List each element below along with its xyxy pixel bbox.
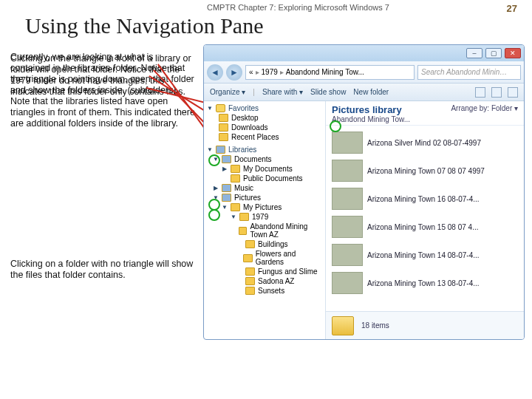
breadcrumb-item[interactable]: Abandond Mining Tow... <box>286 68 364 76</box>
favorites-label: Favorites <box>228 104 259 112</box>
nav-item-downloads[interactable]: Downloads <box>204 123 325 132</box>
folder-icon <box>231 174 240 183</box>
chevron-right-icon: ▸ <box>256 68 259 76</box>
nav-item-label: Downloads <box>231 123 267 132</box>
folder-icon <box>245 267 255 276</box>
navigation-pane: Favorites Desktop Downloads Recent Place… <box>204 101 326 339</box>
search-input[interactable]: Search Abandond Minin… <box>417 65 521 80</box>
help-icon[interactable] <box>508 87 518 98</box>
nav-item-flowers[interactable]: Flowers and Gardens <box>204 249 325 267</box>
library-subtitle: Abandond Mining Tow... <box>332 115 410 123</box>
triangle-open-icon[interactable] <box>231 214 236 220</box>
nav-item-my-pictures[interactable]: My Pictures <box>204 202 325 212</box>
item-count: 18 items <box>361 321 389 330</box>
image-thumbnail <box>332 188 363 210</box>
nav-item-buildings[interactable]: Buildings <box>204 239 325 249</box>
nav-item-fungus[interactable]: Fungus and Slime <box>204 267 325 276</box>
file-list-pane: Pictures library Abandond Mining Tow... … <box>326 101 524 339</box>
triangle-open-icon[interactable] <box>222 204 228 211</box>
triangle-open-icon[interactable] <box>207 146 213 153</box>
triangle-closed-icon[interactable] <box>213 185 219 191</box>
folder-icon <box>245 277 255 285</box>
annotation-green-circle <box>208 154 220 166</box>
folder-icon <box>231 203 240 211</box>
library-icon <box>222 194 231 202</box>
library-icon <box>222 184 231 192</box>
file-item[interactable]: Arizona Mining Town 07 08 07 4997 <box>330 157 519 185</box>
nav-item-label: My Documents <box>243 165 293 173</box>
folder-icon <box>332 316 354 335</box>
folder-icon <box>245 240 255 248</box>
image-thumbnail <box>332 244 363 266</box>
nav-item-music[interactable]: Music <box>204 183 325 193</box>
nav-item-label: Public Documents <box>243 174 303 183</box>
nav-item-label: Fungus and Slime <box>258 267 318 276</box>
triangle-closed-icon[interactable] <box>222 166 228 172</box>
breadcrumb-overflow[interactable]: « <box>249 68 253 76</box>
libraries-group[interactable]: Libraries <box>204 145 325 154</box>
share-with-menu[interactable]: Share with ▾ <box>262 88 303 96</box>
folder-icon <box>219 123 228 132</box>
triangle-open-icon[interactable] <box>207 105 213 112</box>
nav-item-label: Recent Places <box>231 133 279 141</box>
page-number: 27 <box>507 3 517 14</box>
nav-item-label: 1979 <box>252 213 268 221</box>
file-name: Arizona Mining Town 16 08-07-4... <box>367 195 480 203</box>
organize-menu[interactable]: Organize ▾ <box>210 88 245 96</box>
chapter-label: CMPTR Chapter 7: Exploring Microsoft Win… <box>207 3 389 12</box>
nav-item-label: Abandond Mining Town AZ <box>250 222 322 239</box>
nav-item-label: Buildings <box>258 240 288 248</box>
window-minimize-button[interactable]: – <box>466 48 482 58</box>
explorer-window: – ▢ ✕ ◄ ► « ▸ 1979 ▸ Abandond Mining Tow… <box>203 44 525 340</box>
folder-icon <box>239 227 247 235</box>
nav-item-public-documents[interactable]: Public Documents <box>204 174 325 183</box>
arrange-by-dropdown[interactable]: Folder ▾ <box>491 104 518 112</box>
file-name: Arizona Mining Town 07 08 07 4997 <box>367 167 485 175</box>
file-item[interactable]: Arizona Mining Town 16 08-07-4... <box>330 185 519 213</box>
nav-item-label: Music <box>234 184 253 192</box>
library-icon <box>216 146 225 154</box>
library-header: Pictures library Abandond Mining Tow... … <box>326 101 524 126</box>
window-maximize-button[interactable]: ▢ <box>485 48 502 58</box>
toolbar: Organize ▾ | Share with ▾ Slide show New… <box>204 83 524 101</box>
arrange-by-label: Arrange by: <box>451 104 489 112</box>
favorites-group[interactable]: Favorites <box>204 103 325 113</box>
file-item[interactable]: Arizona Silver Mind 02 08-07-4997 <box>330 129 519 157</box>
preview-pane-icon[interactable] <box>491 87 502 98</box>
file-name: Arizona Mining Town 15 08 07 4... <box>367 223 478 231</box>
nav-item-label: Sadona AZ <box>258 277 294 285</box>
folder-icon <box>231 165 240 173</box>
forward-button[interactable]: ► <box>226 64 242 81</box>
slideshow-button[interactable]: Slide show <box>310 88 346 96</box>
nav-item-my-documents[interactable]: My Documents <box>204 164 325 174</box>
nav-item-1979[interactable]: 1979 <box>204 212 325 222</box>
annotation-green-circle <box>208 209 220 221</box>
nav-item-abandoned-mining-town[interactable]: Abandond Mining Town AZ <box>204 222 325 239</box>
status-bar: 18 items <box>326 311 524 339</box>
folder-icon <box>219 114 228 122</box>
library-title: Pictures library <box>332 104 410 115</box>
nav-item-sadona[interactable]: Sadona AZ <box>204 276 325 286</box>
file-item[interactable]: Arizona Mining Town 14 08-07-4... <box>330 241 519 269</box>
nav-item-recent-places[interactable]: Recent Places <box>204 132 325 142</box>
window-close-button[interactable]: ✕ <box>505 48 521 58</box>
slide-title: Using the Navigation Pane <box>25 13 263 38</box>
breadcrumb[interactable]: « ▸ 1979 ▸ Abandond Mining Tow... <box>245 65 415 80</box>
nav-item-documents[interactable]: Documents <box>204 154 325 164</box>
annotation-green-circle <box>330 120 341 132</box>
file-item[interactable]: Arizona Mining Town 15 08 07 4... <box>330 213 519 241</box>
view-options-icon[interactable] <box>475 87 485 98</box>
nav-item-desktop[interactable]: Desktop <box>204 113 325 123</box>
folder-icon <box>239 213 249 221</box>
file-list: Arizona Silver Mind 02 08-07-4997 Arizon… <box>326 126 524 311</box>
back-button[interactable]: ◄ <box>207 64 223 81</box>
file-item[interactable]: Arizona Mining Town 13 08-07-4... <box>330 269 519 297</box>
breadcrumb-item[interactable]: 1979 <box>262 68 278 76</box>
nav-bar: ◄ ► « ▸ 1979 ▸ Abandond Mining Tow... Se… <box>204 61 524 83</box>
nav-item-pictures[interactable]: Pictures <box>204 193 325 202</box>
library-icon <box>222 155 231 163</box>
nav-item-sunsets[interactable]: Sunsets <box>204 286 325 296</box>
folder-icon <box>219 133 228 141</box>
new-folder-button[interactable]: New folder <box>353 88 389 96</box>
nav-item-label: My Pictures <box>243 203 282 211</box>
